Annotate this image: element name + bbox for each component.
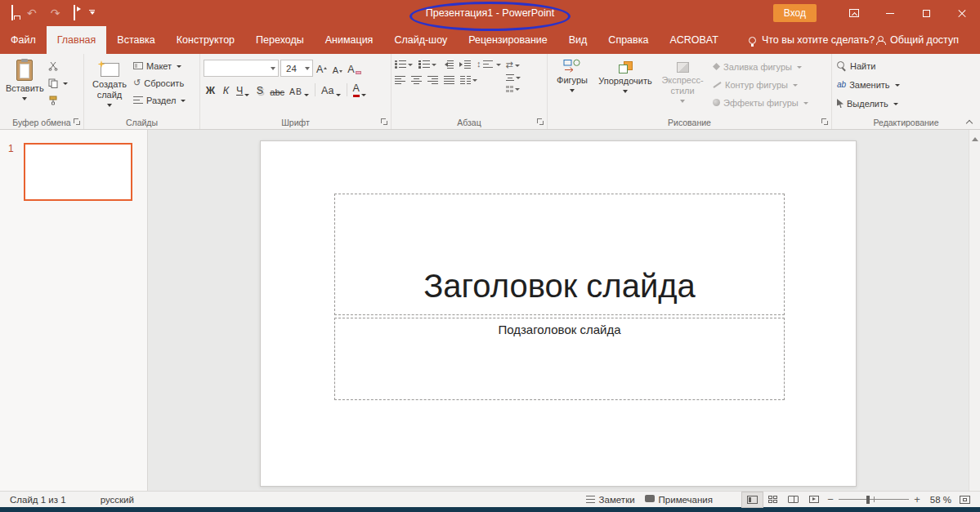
justify-button[interactable] bbox=[444, 76, 454, 84]
close-button[interactable] bbox=[944, 0, 980, 26]
increase-indent-button[interactable] bbox=[459, 60, 471, 69]
tab-animations[interactable]: Анимация bbox=[315, 26, 384, 54]
zoom-slider[interactable] bbox=[839, 495, 909, 505]
strikethrough-button[interactable]: abc bbox=[268, 82, 286, 97]
zoom-in-button[interactable]: + bbox=[911, 493, 924, 506]
collapse-ribbon-button[interactable] bbox=[965, 118, 975, 127]
reading-view-button[interactable] bbox=[783, 492, 803, 507]
shape-effects-button[interactable]: Эффекты фигуры bbox=[711, 96, 810, 109]
font-dialog-launcher[interactable] bbox=[381, 118, 388, 126]
fit-slide-button[interactable] bbox=[955, 492, 975, 507]
new-slide-label: Создать слайд bbox=[90, 79, 129, 100]
tab-insert[interactable]: Вставка bbox=[106, 26, 165, 54]
new-slide-icon bbox=[101, 63, 119, 77]
tab-review[interactable]: Рецензирование bbox=[458, 26, 558, 54]
align-center-button[interactable] bbox=[411, 76, 422, 84]
start-slideshow-button[interactable] bbox=[74, 6, 75, 20]
shape-outline-button[interactable]: Контур фигуры bbox=[711, 78, 810, 91]
tell-me-box[interactable]: Что вы хотите сделать? bbox=[749, 26, 875, 54]
quick-styles-button[interactable]: Экспресс-стили bbox=[657, 57, 708, 109]
new-slide-button[interactable]: Создать слайд bbox=[87, 57, 132, 111]
lightbulb-icon bbox=[749, 37, 756, 44]
minimize-button[interactable] bbox=[872, 0, 908, 26]
normal-view-button[interactable] bbox=[742, 492, 763, 507]
paste-button[interactable]: Вставить bbox=[3, 57, 47, 105]
tab-acrobat[interactable]: ACROBAT bbox=[659, 26, 729, 54]
tell-me-label: Что вы хотите сделать? bbox=[762, 34, 875, 46]
comments-button[interactable]: Примечания bbox=[640, 492, 718, 507]
reset-button[interactable]: ↺ Сбросить bbox=[132, 76, 187, 90]
italic-button[interactable]: К bbox=[219, 82, 233, 97]
language-indicator[interactable]: русский bbox=[96, 492, 139, 507]
zoom-out-button[interactable]: − bbox=[824, 493, 837, 506]
tab-file[interactable]: Файл bbox=[0, 26, 47, 54]
copy-button[interactable] bbox=[47, 76, 69, 90]
numbering-button[interactable] bbox=[418, 60, 436, 69]
bullets-button[interactable] bbox=[395, 60, 413, 69]
subtitle-placeholder[interactable]: Подзаголовок слайда bbox=[334, 318, 785, 400]
separator bbox=[347, 83, 347, 96]
tab-transitions[interactable]: Переходы bbox=[245, 26, 315, 54]
tab-slideshow[interactable]: Слайд-шоу bbox=[383, 26, 458, 54]
increase-font-button[interactable]: А bbox=[315, 61, 329, 76]
zoom-percentage[interactable]: 58 % bbox=[924, 495, 955, 505]
underline-button[interactable]: Ч bbox=[235, 82, 251, 97]
signin-button[interactable]: Вход bbox=[773, 4, 817, 22]
customize-quick-access-button[interactable] bbox=[89, 10, 95, 17]
notes-button[interactable]: Заметки bbox=[581, 492, 640, 507]
drawing-dialog-launcher[interactable] bbox=[821, 118, 829, 126]
zoom-slider-thumb[interactable] bbox=[866, 496, 870, 504]
line-spacing-button[interactable]: ↕ bbox=[477, 60, 501, 69]
cut-button[interactable] bbox=[47, 59, 69, 73]
ribbon-display-options-button[interactable] bbox=[836, 0, 872, 26]
title-placeholder[interactable]: Заголовок слайда bbox=[334, 194, 785, 315]
decrease-indent-button[interactable] bbox=[442, 60, 454, 69]
font-name-combo[interactable] bbox=[204, 60, 279, 77]
titlebar: ↶ ↷ Презентация1 - PowerPoint Вход bbox=[0, 0, 980, 26]
section-label: Раздел bbox=[146, 96, 176, 105]
clear-formatting-button[interactable]: А bbox=[346, 61, 362, 76]
layout-button[interactable]: Макет bbox=[132, 59, 187, 73]
select-button[interactable]: Выделить bbox=[835, 96, 977, 110]
maximize-button[interactable] bbox=[908, 0, 944, 26]
tab-design[interactable]: Конструктор bbox=[166, 26, 245, 54]
share-button[interactable]: Общий доступ bbox=[875, 26, 959, 54]
fit-slide-icon bbox=[960, 496, 970, 504]
smartart-button[interactable] bbox=[506, 86, 521, 92]
paragraph-dialog-launcher[interactable] bbox=[537, 118, 544, 126]
scroll-up-icon[interactable] bbox=[969, 134, 980, 141]
redo-button[interactable]: ↷ bbox=[51, 7, 60, 19]
replace-button[interactable]: ab Заменить bbox=[835, 78, 977, 91]
text-shadow-button[interactable]: S bbox=[253, 82, 266, 97]
shape-fill-button[interactable]: Заливка фигуры bbox=[711, 60, 810, 73]
save-button[interactable] bbox=[11, 6, 13, 20]
tab-view[interactable]: Вид bbox=[558, 26, 598, 54]
clipboard-dialog-launcher[interactable] bbox=[74, 118, 81, 126]
font-size-combo[interactable]: 24 bbox=[280, 60, 313, 77]
format-painter-button[interactable] bbox=[47, 93, 69, 107]
align-text-button[interactable] bbox=[506, 74, 521, 81]
text-direction-button[interactable]: ⇄ bbox=[506, 60, 521, 69]
slide-thumbnail-1[interactable] bbox=[24, 143, 132, 201]
font-color-button[interactable]: А bbox=[351, 82, 368, 97]
arrange-button[interactable]: Упорядочить bbox=[597, 57, 654, 109]
align-right-button[interactable] bbox=[427, 76, 438, 84]
vertical-scrollbar[interactable] bbox=[969, 130, 980, 491]
slideshow-view-button[interactable] bbox=[803, 492, 824, 507]
decrease-indent-icon bbox=[442, 60, 454, 69]
align-left-button[interactable] bbox=[395, 76, 405, 84]
bold-button[interactable]: Ж bbox=[204, 82, 217, 97]
decrease-font-button[interactable]: А bbox=[330, 61, 344, 76]
select-label: Выделить bbox=[847, 99, 888, 109]
tab-help[interactable]: Справка bbox=[597, 26, 659, 54]
slide-sorter-view-button[interactable] bbox=[763, 492, 783, 507]
change-case-button[interactable]: Аа bbox=[320, 82, 342, 97]
undo-button[interactable]: ↶ bbox=[27, 7, 37, 19]
character-spacing-button[interactable]: АВ bbox=[288, 82, 311, 97]
shapes-button[interactable]: Фигуры bbox=[551, 57, 593, 109]
section-button[interactable]: Раздел bbox=[132, 93, 187, 107]
shape-outline-label: Контур фигуры bbox=[725, 80, 788, 90]
columns-button[interactable] bbox=[460, 76, 477, 84]
tab-home[interactable]: Главная bbox=[47, 26, 107, 54]
find-button[interactable]: Найти bbox=[835, 59, 977, 73]
